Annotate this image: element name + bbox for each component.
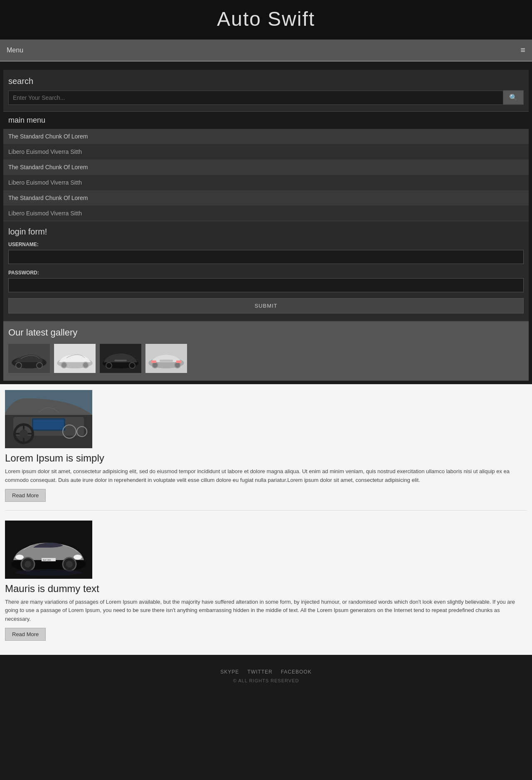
- svg-point-15: [152, 362, 158, 368]
- nav-bar[interactable]: Menu ≡: [0, 39, 532, 62]
- gallery-thumb-3[interactable]: [100, 344, 141, 373]
- site-title: Auto Swift: [0, 7, 532, 30]
- search-title: search: [8, 77, 524, 86]
- blog-area: Lorem Ipsum is simply Lorem ipsum dolor …: [0, 384, 532, 655]
- post-text-1: Lorem ipsum dolor sit amet, consectetur …: [5, 467, 527, 485]
- svg-text:SLK 200: SLK 200: [43, 559, 51, 561]
- svg-rect-19: [176, 360, 181, 363]
- gallery-section: Our latest gallery: [3, 321, 529, 381]
- svg-point-40: [66, 561, 73, 568]
- post-image-2: SLK 200: [5, 521, 92, 579]
- svg-point-11: [129, 363, 135, 368]
- svg-rect-24: [33, 420, 64, 429]
- footer-link-twitter[interactable]: TWITTER: [247, 669, 272, 675]
- svg-point-2: [16, 363, 22, 368]
- search-section: search 🔍: [3, 70, 529, 112]
- main-menu-section: main menu The Standard Chunk Of Lorem Li…: [3, 112, 529, 221]
- blog-post-1: Lorem Ipsum is simply Lorem ipsum dolor …: [5, 390, 527, 511]
- password-input[interactable]: [8, 278, 524, 292]
- svg-point-3: [37, 363, 42, 368]
- footer-links: SKYPE TWITTER FACEBOOK: [0, 669, 532, 675]
- menu-label: Menu: [7, 47, 23, 54]
- gallery-images: [8, 344, 524, 373]
- post-text-2: There are many variations of passages of…: [5, 598, 527, 624]
- menu-item[interactable]: Libero Euismod Viverra Sitth: [3, 144, 529, 160]
- gallery-thumb-4[interactable]: [145, 344, 187, 373]
- submit-button[interactable]: SUBMIT: [8, 298, 524, 313]
- svg-point-36: [74, 555, 82, 560]
- read-more-button-1[interactable]: Read More: [5, 489, 46, 502]
- footer-link-facebook[interactable]: FACEBOOK: [281, 669, 312, 675]
- svg-rect-12: [114, 360, 127, 361]
- menu-item[interactable]: The Standard Chunk Of Lorem: [3, 129, 529, 144]
- svg-point-35: [15, 555, 24, 560]
- search-input[interactable]: [8, 91, 503, 105]
- post-image-1: [5, 390, 92, 448]
- hamburger-icon[interactable]: ≡: [520, 45, 525, 55]
- main-menu-header: main menu: [3, 112, 529, 129]
- menu-item[interactable]: The Standard Chunk Of Lorem: [3, 190, 529, 206]
- menu-item[interactable]: Libero Euismod Viverra Sitth: [3, 206, 529, 221]
- svg-point-6: [61, 362, 67, 368]
- svg-point-16: [175, 362, 180, 368]
- svg-rect-18: [151, 360, 156, 363]
- menu-item[interactable]: Libero Euismod Viverra Sitth: [3, 175, 529, 190]
- post-title-1: Lorem Ipsum is simply: [5, 452, 527, 464]
- login-section: login form! USERNAME: PASSWORD: SUBMIT: [3, 221, 529, 321]
- site-header: Auto Swift: [0, 0, 532, 39]
- svg-rect-17: [160, 360, 173, 362]
- gallery-thumb-1[interactable]: [8, 344, 50, 373]
- svg-point-26: [20, 429, 28, 438]
- password-label: PASSWORD:: [8, 270, 524, 276]
- username-label: USERNAME:: [8, 242, 524, 247]
- search-row: 🔍: [8, 90, 524, 105]
- footer-link-skype[interactable]: SKYPE: [220, 669, 239, 675]
- gallery-thumb-2[interactable]: [54, 344, 96, 373]
- read-more-button-2[interactable]: Read More: [5, 628, 46, 641]
- blog-post-2: SLK 200 Mauris is dummy text There are m…: [5, 521, 527, 649]
- svg-point-38: [25, 561, 31, 568]
- login-title: login form!: [8, 227, 524, 237]
- footer-copyright: © ALL RIGHTS RESERVED: [0, 678, 532, 683]
- gallery-title: Our latest gallery: [8, 327, 524, 338]
- search-button[interactable]: 🔍: [503, 90, 524, 105]
- menu-item[interactable]: The Standard Chunk Of Lorem: [3, 160, 529, 175]
- main-wrapper: search 🔍 main menu The Standard Chunk Of…: [0, 62, 532, 660]
- post-title-2: Mauris is dummy text: [5, 583, 527, 595]
- svg-point-43: [15, 569, 82, 576]
- site-footer: SKYPE TWITTER FACEBOOK © ALL RIGHTS RESE…: [0, 660, 532, 690]
- content-area: search 🔍 main menu The Standard Chunk Of…: [3, 70, 529, 381]
- svg-point-10: [106, 363, 112, 368]
- username-input[interactable]: [8, 250, 524, 264]
- svg-point-7: [83, 362, 89, 368]
